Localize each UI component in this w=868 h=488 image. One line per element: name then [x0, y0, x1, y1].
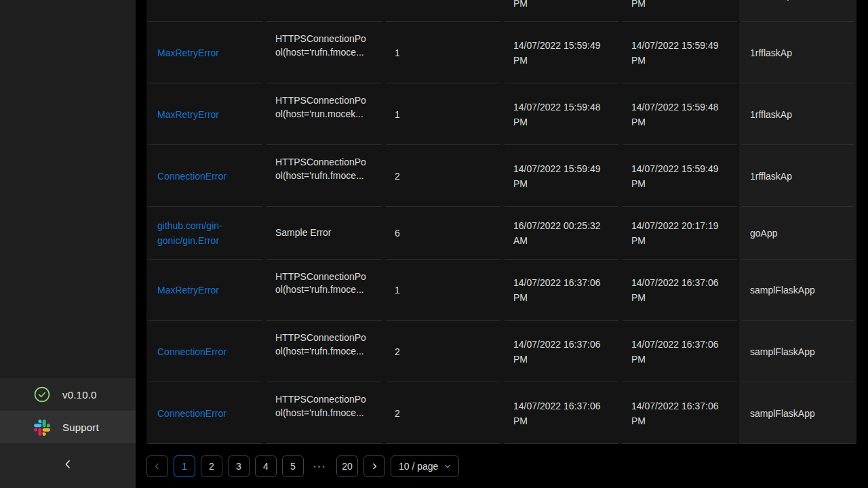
count-cell: 2	[384, 145, 502, 207]
chevron-down-icon	[444, 461, 451, 472]
pagination-jump-next[interactable]: •••	[309, 455, 331, 477]
error-type-cell: ConnectionError	[146, 145, 264, 207]
error-type-link[interactable]: MaxRetryError	[157, 45, 254, 60]
error-type-cell: ConnectionError	[146, 321, 264, 382]
error-type-link[interactable]: MaxRetryError	[157, 283, 254, 298]
error-type-cell: MaxRetryError	[146, 22, 264, 83]
application-cell: samplFlaskApp	[739, 382, 856, 444]
error-message-cell: HTTPSConnectionPo ol(host='rufn.fmoce...	[264, 382, 384, 444]
last-seen-cell: PM	[502, 0, 620, 22]
last-seen-cell: 14/07/2022 16:37:06 PM	[502, 260, 620, 321]
error-type-link[interactable]: ConnectionError	[157, 406, 254, 421]
count-cell: 2	[384, 382, 502, 444]
last-seen-cell: 14/07/2022 16:37:06 PM	[502, 321, 620, 382]
count-cell: 1	[384, 260, 502, 321]
table-row: ConnectionError HTTPSConnectionPo ol(hos…	[146, 145, 856, 207]
first-seen-cell: 14/07/2022 16:37:06 PM	[620, 382, 739, 444]
last-seen-cell: 14/07/2022 15:59:48 PM	[502, 83, 620, 145]
table-row: ConnectionError HTTPSConnectionPo ol(hos…	[146, 321, 856, 382]
check-circle-icon	[34, 386, 50, 403]
error-message-cell: HTTPSConnectionPo ol(host='rufn.fmoce...	[264, 260, 384, 321]
pagination-page-2[interactable]: 2	[201, 455, 222, 477]
pagination-page-4[interactable]: 4	[255, 455, 277, 477]
error-type-cell	[146, 0, 264, 22]
application-cell: 1rfflaskAp	[739, 22, 856, 83]
page-size-select[interactable]: 10 / page	[391, 455, 459, 477]
first-seen-cell: PM	[620, 0, 739, 22]
sidebar-item-support[interactable]: Support	[0, 411, 136, 443]
first-seen-cell: 14/07/2022 15:59:49 PM	[620, 145, 739, 207]
sidebar-nav-area	[0, 0, 136, 378]
last-seen-cell: 14/07/2022 15:59:49 PM	[502, 145, 620, 207]
first-seen-cell: 14/07/2022 20:17:19 PM	[620, 207, 739, 260]
pagination-page-5[interactable]: 5	[282, 455, 304, 477]
application-cell: samplFlaskApp	[739, 260, 856, 321]
pagination-page-1[interactable]: 1	[174, 455, 195, 477]
table-row: MaxRetryError HTTPSConnectionPo ol(host=…	[146, 83, 856, 145]
error-type-cell: github.com/gin- gonic/gin.Error	[146, 207, 264, 260]
pagination-page-20[interactable]: 20	[336, 455, 358, 477]
error-type-link[interactable]: ConnectionError	[157, 344, 254, 359]
error-message-cell: HTTPSConnectionPo ol(host='rufn.fmoce...	[264, 321, 384, 382]
errors-table: PM PM 1rfflaskAp MaxRetryError HTTPSConn…	[146, 0, 856, 444]
chevron-right-icon	[371, 461, 378, 472]
count-cell: 1	[384, 83, 502, 145]
error-message-cell: Sample Error	[264, 207, 384, 260]
application-cell: goApp	[739, 207, 856, 260]
error-message-cell: HTTPSConnectionPo ol(host='run.mocek...	[264, 83, 384, 145]
error-type-cell: MaxRetryError	[146, 83, 264, 145]
pagination-prev-button[interactable]	[146, 455, 168, 477]
table-row: github.com/gin- gonic/gin.Error Sample E…	[146, 207, 856, 260]
sidebar-collapse-trigger[interactable]	[0, 443, 136, 488]
count-cell: 1	[384, 22, 502, 83]
error-message-cell: HTTPSConnectionPo ol(host='rufn.fmoce...	[264, 22, 384, 83]
table-row: MaxRetryError HTTPSConnectionPo ol(host=…	[146, 260, 856, 321]
pagination: 1 2 3 4 5 ••• 20 10 / page	[146, 455, 459, 477]
error-message-cell: HTTPSConnectionPo ol(host='rufn.fmoce...	[264, 145, 384, 207]
application-cell: 1rfflaskAp	[739, 145, 856, 207]
count-cell	[384, 0, 502, 22]
slack-icon	[34, 420, 50, 436]
error-type-cell: MaxRetryError	[146, 260, 264, 321]
count-cell: 6	[384, 207, 502, 260]
sidebar-item-version[interactable]: v0.10.0	[0, 378, 136, 411]
last-seen-cell: 14/07/2022 16:37:06 PM	[502, 382, 620, 444]
error-type-link[interactable]: MaxRetryError	[157, 107, 254, 122]
first-seen-cell: 14/07/2022 15:59:48 PM	[620, 83, 739, 145]
chevron-left-icon	[154, 461, 161, 472]
pagination-next-button[interactable]	[363, 455, 385, 477]
main: PM PM 1rfflaskAp MaxRetryError HTTPSConn…	[146, 0, 856, 444]
error-type-link[interactable]: github.com/gin- gonic/gin.Error	[157, 218, 254, 248]
last-seen-cell: 16/07/2022 00:25:32 AM	[502, 207, 620, 260]
application-cell: samplFlaskApp	[739, 321, 856, 382]
error-type-link[interactable]: ConnectionError	[157, 169, 254, 184]
support-label: Support	[62, 422, 99, 433]
table-row: ConnectionError HTTPSConnectionPo ol(hos…	[146, 382, 856, 444]
application-cell: 1rfflaskAp	[739, 83, 856, 145]
pagination-page-3[interactable]: 3	[228, 455, 250, 477]
error-message-cell	[264, 0, 384, 22]
table-row: MaxRetryError HTTPSConnectionPo ol(host=…	[146, 22, 856, 83]
chevron-left-icon	[63, 460, 73, 472]
count-cell: 2	[384, 321, 502, 382]
first-seen-cell: 14/07/2022 15:59:49 PM	[620, 22, 739, 83]
sidebar-bottom-menu: v0.10.0 Support	[0, 378, 136, 488]
page-size-value: 10 / page	[399, 461, 438, 472]
last-seen-cell: 14/07/2022 15:59:49 PM	[502, 22, 620, 83]
error-type-cell: ConnectionError	[146, 382, 264, 444]
table-row-partial: PM PM 1rfflaskAp	[146, 0, 856, 22]
sidebar: v0.10.0 Support	[0, 0, 136, 488]
version-label: v0.10.0	[62, 389, 97, 401]
application-cell: 1rfflaskAp	[739, 0, 856, 22]
first-seen-cell: 14/07/2022 16:37:06 PM	[620, 321, 739, 382]
first-seen-cell: 14/07/2022 16:37:06 PM	[620, 260, 739, 321]
